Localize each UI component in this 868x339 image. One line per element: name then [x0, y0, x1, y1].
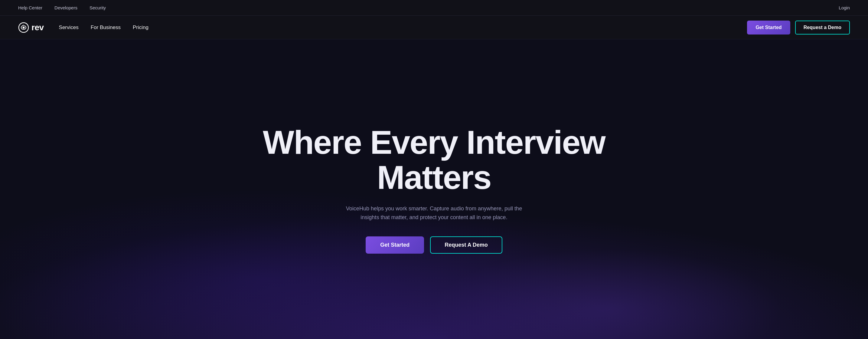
help-center-link[interactable]: Help Center: [18, 5, 42, 10]
login-link[interactable]: Login: [839, 5, 850, 10]
top-bar-links: Help Center Developers Security: [18, 5, 106, 10]
hero-get-started-button[interactable]: Get Started: [366, 236, 424, 254]
main-nav: rev Services For Business Pricing Get St…: [0, 16, 868, 39]
nav-get-started-button[interactable]: Get Started: [747, 21, 790, 34]
logo-text: rev: [31, 23, 44, 32]
hero-request-demo-button[interactable]: Request A Demo: [430, 236, 502, 254]
services-nav-link[interactable]: Services: [59, 25, 79, 31]
rev-logo-icon: [18, 22, 29, 33]
hero-buttons: Get Started Request A Demo: [366, 236, 502, 254]
for-business-nav-link[interactable]: For Business: [91, 25, 121, 31]
nav-links: Services For Business Pricing: [59, 25, 149, 31]
nav-request-demo-button[interactable]: Request a Demo: [795, 21, 850, 34]
nav-right: Get Started Request a Demo: [747, 21, 850, 34]
pricing-nav-link[interactable]: Pricing: [133, 25, 149, 31]
security-link[interactable]: Security: [90, 5, 106, 10]
hero-subtitle: VoiceHub helps you work smarter. Capture…: [343, 204, 525, 222]
svg-point-1: [23, 26, 25, 28]
developers-link[interactable]: Developers: [55, 5, 78, 10]
hero-title: Where Every Interview Matters: [222, 125, 646, 195]
logo[interactable]: rev: [18, 22, 44, 33]
nav-left: rev Services For Business Pricing: [18, 22, 149, 33]
hero-section: Where Every Interview Matters VoiceHub h…: [0, 39, 868, 339]
top-bar: Help Center Developers Security Login: [0, 0, 868, 16]
